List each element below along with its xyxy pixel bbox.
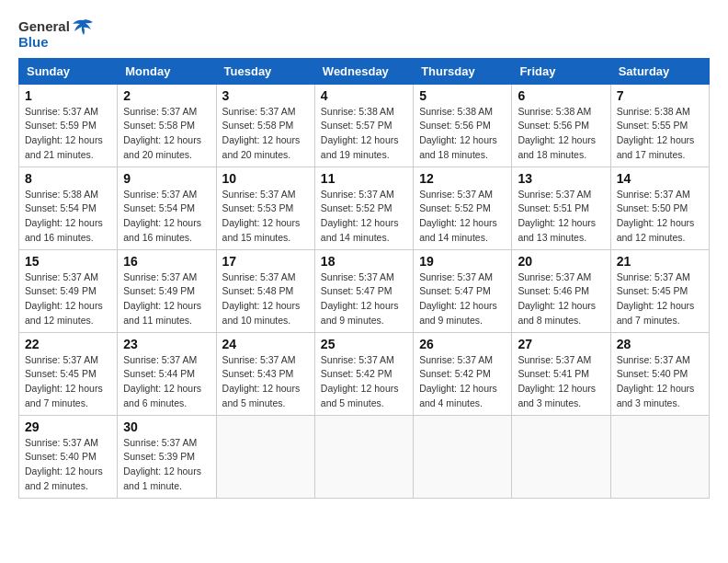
week-row-3: 15Sunrise: 5:37 AMSunset: 5:49 PMDayligh… <box>19 249 710 332</box>
page-header: General Blue <box>18 18 710 51</box>
calendar-day-8: 8Sunrise: 5:38 AMSunset: 5:54 PMDaylight… <box>19 167 118 249</box>
calendar-day-23: 23Sunrise: 5:37 AMSunset: 5:44 PMDayligh… <box>118 332 216 415</box>
calendar-day-6: 6Sunrise: 5:38 AMSunset: 5:56 PMDaylight… <box>512 84 610 167</box>
calendar-day-27: 27Sunrise: 5:37 AMSunset: 5:41 PMDayligh… <box>512 332 610 415</box>
calendar-day-28: 28Sunrise: 5:37 AMSunset: 5:40 PMDayligh… <box>610 332 709 415</box>
calendar-day-14: 14Sunrise: 5:37 AMSunset: 5:50 PMDayligh… <box>610 167 709 249</box>
calendar-day-26: 26Sunrise: 5:37 AMSunset: 5:42 PMDayligh… <box>414 332 512 415</box>
calendar-day-15: 15Sunrise: 5:37 AMSunset: 5:49 PMDayligh… <box>19 249 118 332</box>
calendar-day-empty <box>414 415 512 498</box>
calendar-day-21: 21Sunrise: 5:37 AMSunset: 5:45 PMDayligh… <box>610 249 709 332</box>
calendar-day-18: 18Sunrise: 5:37 AMSunset: 5:47 PMDayligh… <box>314 249 413 332</box>
calendar-day-empty <box>216 415 314 498</box>
logo-general-text: General <box>18 19 70 35</box>
weekday-header-tuesday: Tuesday <box>216 58 314 84</box>
calendar-day-1: 1Sunrise: 5:37 AMSunset: 5:59 PMDaylight… <box>19 84 118 167</box>
calendar-table: SundayMondayTuesdayWednesdayThursdayFrid… <box>18 58 710 499</box>
weekday-header-saturday: Saturday <box>610 58 709 84</box>
calendar-day-4: 4Sunrise: 5:38 AMSunset: 5:57 PMDaylight… <box>314 84 413 167</box>
calendar-day-25: 25Sunrise: 5:37 AMSunset: 5:42 PMDayligh… <box>314 332 413 415</box>
week-row-5: 29Sunrise: 5:37 AMSunset: 5:40 PMDayligh… <box>19 415 710 498</box>
weekday-header-sunday: Sunday <box>19 58 118 84</box>
calendar-day-13: 13Sunrise: 5:37 AMSunset: 5:51 PMDayligh… <box>512 167 610 249</box>
calendar-day-30: 30Sunrise: 5:37 AMSunset: 5:39 PMDayligh… <box>118 415 216 498</box>
calendar-day-2: 2Sunrise: 5:37 AMSunset: 5:58 PMDaylight… <box>118 84 216 167</box>
calendar-day-empty <box>314 415 413 498</box>
logo-bird-icon <box>73 18 93 35</box>
week-row-4: 22Sunrise: 5:37 AMSunset: 5:45 PMDayligh… <box>19 332 710 415</box>
calendar-day-22: 22Sunrise: 5:37 AMSunset: 5:45 PMDayligh… <box>19 332 118 415</box>
calendar-day-5: 5Sunrise: 5:38 AMSunset: 5:56 PMDaylight… <box>414 84 512 167</box>
calendar-day-10: 10Sunrise: 5:37 AMSunset: 5:53 PMDayligh… <box>216 167 314 249</box>
calendar-day-29: 29Sunrise: 5:37 AMSunset: 5:40 PMDayligh… <box>19 415 118 498</box>
calendar-day-24: 24Sunrise: 5:37 AMSunset: 5:43 PMDayligh… <box>216 332 314 415</box>
calendar-day-11: 11Sunrise: 5:37 AMSunset: 5:52 PMDayligh… <box>314 167 413 249</box>
weekday-header-thursday: Thursday <box>414 58 512 84</box>
weekday-header-row: SundayMondayTuesdayWednesdayThursdayFrid… <box>19 58 710 84</box>
logo: General Blue <box>18 18 93 51</box>
logo-blue-text: Blue <box>18 35 49 51</box>
calendar-day-20: 20Sunrise: 5:37 AMSunset: 5:46 PMDayligh… <box>512 249 610 332</box>
calendar-day-3: 3Sunrise: 5:37 AMSunset: 5:58 PMDaylight… <box>216 84 314 167</box>
calendar-day-17: 17Sunrise: 5:37 AMSunset: 5:48 PMDayligh… <box>216 249 314 332</box>
week-row-1: 1Sunrise: 5:37 AMSunset: 5:59 PMDaylight… <box>19 84 710 167</box>
weekday-header-friday: Friday <box>512 58 610 84</box>
calendar-day-empty <box>610 415 709 498</box>
weekday-header-monday: Monday <box>118 58 216 84</box>
calendar-day-7: 7Sunrise: 5:38 AMSunset: 5:55 PMDaylight… <box>610 84 709 167</box>
calendar-day-12: 12Sunrise: 5:37 AMSunset: 5:52 PMDayligh… <box>414 167 512 249</box>
week-row-2: 8Sunrise: 5:38 AMSunset: 5:54 PMDaylight… <box>19 167 710 249</box>
calendar-day-19: 19Sunrise: 5:37 AMSunset: 5:47 PMDayligh… <box>414 249 512 332</box>
calendar-day-9: 9Sunrise: 5:37 AMSunset: 5:54 PMDaylight… <box>118 167 216 249</box>
calendar-day-16: 16Sunrise: 5:37 AMSunset: 5:49 PMDayligh… <box>118 249 216 332</box>
weekday-header-wednesday: Wednesday <box>314 58 413 84</box>
calendar-day-empty <box>512 415 610 498</box>
